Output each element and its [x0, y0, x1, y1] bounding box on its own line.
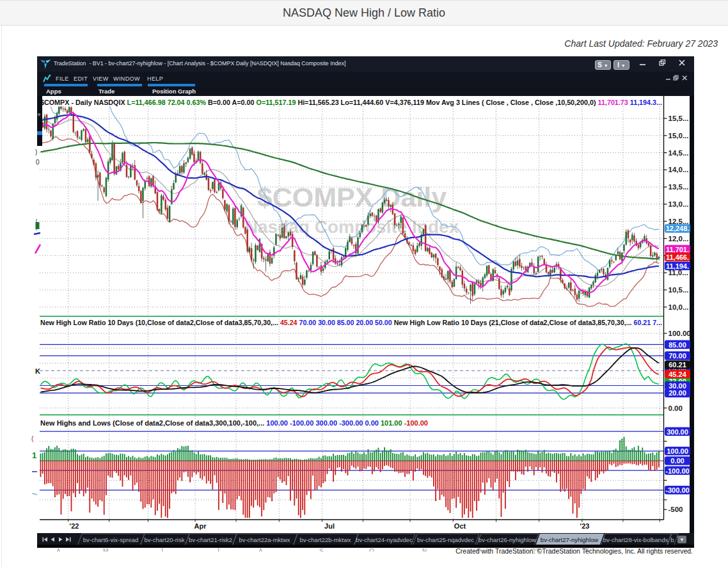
- svg-text:e: e: [38, 111, 41, 117]
- svg-text:11,194.: 11,194.: [666, 262, 689, 270]
- svg-text:$COMPX - Daily NASDQIX L=11,46: $COMPX - Daily NASDQIX L=11,466.98 72.04…: [40, 99, 662, 106]
- svg-text:-100.00: -100.00: [665, 467, 689, 475]
- svg-text:0: 0: [36, 159, 40, 166]
- svg-text:0.00: 0.00: [669, 404, 683, 412]
- svg-text:13,0...: 13,0...: [669, 200, 689, 208]
- svg-text:60.21: 60.21: [669, 361, 686, 369]
- svg-text:0.00: 0.00: [670, 457, 684, 465]
- svg-text:-300.00: -300.00: [665, 486, 689, 494]
- svg-text:14,0...: 14,0...: [669, 166, 689, 173]
- svg-text:(: (: [31, 435, 34, 442]
- svg-text:300.00: 300.00: [667, 428, 688, 436]
- svg-text:): ): [35, 148, 37, 156]
- svg-text:20.00: 20.00: [669, 389, 686, 397]
- svg-text:70.00: 70.00: [669, 352, 686, 360]
- svg-text:14,5...: 14,5...: [669, 149, 689, 157]
- svg-text:'22: '22: [70, 522, 79, 530]
- svg-text:K: K: [35, 367, 40, 375]
- svg-text:11,466.: 11,466.: [666, 253, 689, 261]
- svg-text:New High Low Ratio 10 Days (10: New High Low Ratio 10 Days (10,Close of …: [40, 319, 662, 326]
- svg-text:45.24: 45.24: [669, 371, 686, 378]
- svg-text:11,701.: 11,701.: [666, 246, 689, 253]
- svg-text:100.00: 100.00: [667, 447, 688, 455]
- svg-text:30.00: 30.00: [669, 382, 686, 390]
- svg-text:'23: '23: [580, 522, 590, 530]
- svg-text:1: 1: [32, 451, 36, 460]
- svg-text:85.00: 85.00: [669, 341, 686, 349]
- svg-text:12,248.: 12,248.: [666, 225, 690, 232]
- svg-text:15,0...: 15,0...: [669, 132, 689, 140]
- svg-text:10,5...: 10,5...: [669, 286, 689, 294]
- svg-text:15,5...: 15,5...: [669, 115, 689, 122]
- svg-text:100.00: 100.00: [669, 330, 691, 337]
- svg-text:10,0...: 10,0...: [669, 303, 689, 311]
- svg-text:Apr: Apr: [194, 522, 207, 530]
- svg-text:12,0...: 12,0...: [669, 235, 689, 243]
- svg-text:New Highs and Lows (Close of d: New Highs and Lows (Close of data2,Close…: [40, 419, 428, 427]
- svg-text:12,5...: 12,5...: [669, 218, 689, 225]
- svg-text:Oct: Oct: [454, 522, 466, 530]
- svg-text:-500: -500: [669, 506, 683, 513]
- svg-text:Jul: Jul: [324, 522, 335, 530]
- svg-text:13,5...: 13,5...: [669, 183, 689, 191]
